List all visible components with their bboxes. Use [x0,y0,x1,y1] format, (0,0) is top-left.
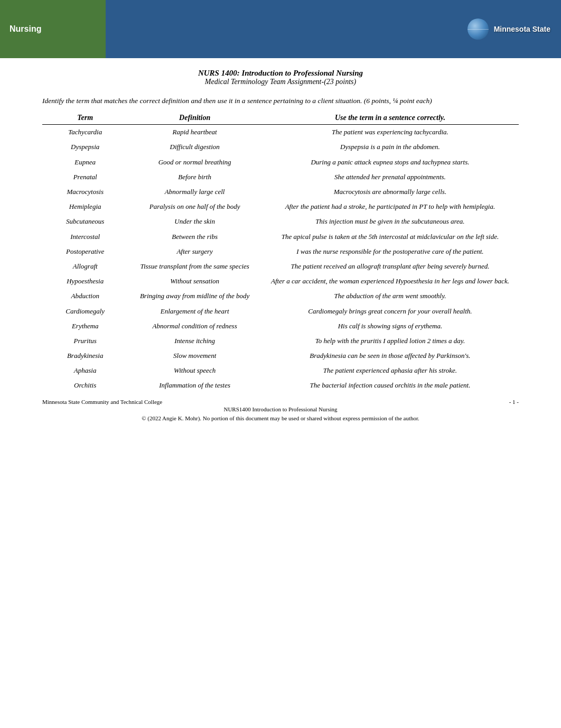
table-row: HypoesthesiaWithout sensationAfter a car… [42,274,519,289]
cell-definition: Before birth [128,170,261,185]
terminology-table: Term Definition Use the term in a senten… [42,112,519,393]
cell-use: The patient received an allograft transp… [261,259,519,274]
table-row: ErythemaAbnormal condition of rednessHis… [42,319,519,334]
cell-term: Hypoesthesia [42,274,128,289]
table-row: PostoperativeAfter surgeryI was the nurs… [42,244,519,259]
header-right-section: Minnesota State [106,0,561,58]
cell-definition: Rapid heartbeat [128,125,261,140]
table-row: OrchitisInflammation of the testesThe ba… [42,378,519,393]
cell-use: Cardiomegaly brings great concern for yo… [261,304,519,319]
cell-term: Macrocytosis [42,185,128,199]
cell-definition: Without sensation [128,274,261,289]
table-row: BradykinesiaSlow movementBradykinesia ca… [42,348,519,363]
table-row: AphasiaWithout speechThe patient experie… [42,363,519,378]
title-area: NURS 1400: Introduction to Professional … [42,69,519,86]
table-row: TachycardiaRapid heartbeatThe patient wa… [42,125,519,140]
cell-term: Tachycardia [42,125,128,140]
table-row: SubcutaneousUnder the skinThis injection… [42,214,519,229]
cell-use: His calf is showing signs of erythema. [261,319,519,334]
cell-term: Eupnea [42,155,128,170]
cell-definition: Intense itching [128,334,261,348]
globe-icon [467,19,489,40]
cell-term: Orchitis [42,378,128,393]
cell-definition: Good or normal breathing [128,155,261,170]
cell-term: Subcutaneous [42,214,128,229]
cell-term: Cardiomegaly [42,304,128,319]
cell-definition: Bringing away from midline of the body [128,289,261,303]
cell-definition: Slow movement [128,348,261,363]
cell-term: Postoperative [42,244,128,259]
cell-definition: Paralysis on one half of the body [128,199,261,214]
cell-term: Intercostal [42,229,128,244]
logo-area: Minnesota State [467,19,550,40]
cell-term: Prenatal [42,170,128,185]
cell-definition: Tissue transplant from the same species [128,259,261,274]
cell-use: She attended her prenatal appointments. [261,170,519,185]
cell-use: The patient experienced aphasia after hi… [261,363,519,378]
cell-term: Allograft [42,259,128,274]
cell-use: Dyspepsia is a pain in the abdomen. [261,140,519,154]
table-row: IntercostalBetween the ribsThe apical pu… [42,229,519,244]
cell-use: To help with the pruritis I applied loti… [261,334,519,348]
header-banner: Nursing Minnesota State [0,0,561,58]
cell-definition: Without speech [128,363,261,378]
header-definition: Definition [128,112,261,125]
cell-use: During a panic attack eupnea stops and t… [261,155,519,170]
university-label: Minnesota State [494,25,550,33]
cell-use: The patient was experiencing tachycardia… [261,125,519,140]
cell-definition: Difficult digestion [128,140,261,154]
cell-use: After a car accident, the woman experien… [261,274,519,289]
table-row: PruritusIntense itchingTo help with the … [42,334,519,348]
cell-use: This injection must be given in the subc… [261,214,519,229]
cell-term: Abduction [42,289,128,303]
page-title: NURS 1400: Introduction to Professional … [42,69,519,78]
cell-definition: Abnormal condition of redness [128,319,261,334]
nursing-label: Nursing [10,24,41,34]
footer-page-number: - 1 - [509,399,519,405]
footer-copyright: © (2022 Angie K. Mohr). No portion of th… [42,414,519,423]
cell-use: The apical pulse is taken at the 5th int… [261,229,519,244]
footer-bottom: NURS1400 Introduction to Professional Nu… [42,405,519,423]
cell-term: Hemiplegia [42,199,128,214]
table-row: AllograftTissue transplant from the same… [42,259,519,274]
table-row: MacrocytosisAbnormally large cellMacrocy… [42,185,519,199]
cell-term: Pruritus [42,334,128,348]
cell-term: Bradykinesia [42,348,128,363]
page-wrapper: Nursing Minnesota State NURS 1400: Intro… [0,0,561,728]
header-left-section: Nursing [0,0,106,58]
page-subtitle: Medical Terminology Team Assignment-(23 … [42,78,519,86]
footer-institution: Minnesota State Community and Technical … [42,399,162,405]
cell-use: The abduction of the arm went smoothly. [261,289,519,303]
table-row: PrenatalBefore birthShe attended her pre… [42,170,519,185]
footer-course: NURS1400 Introduction to Professional Nu… [42,405,519,414]
cell-definition: Inflammation of the testes [128,378,261,393]
cell-use: After the patient had a stroke, he parti… [261,199,519,214]
cell-use: I was the nurse responsible for the post… [261,244,519,259]
header-term: Term [42,112,128,125]
table-header-row: Term Definition Use the term in a senten… [42,112,519,125]
table-row: HemiplegiaParalysis on one half of the b… [42,199,519,214]
cell-definition: After surgery [128,244,261,259]
cell-definition: Abnormally large cell [128,185,261,199]
cell-definition: Enlargement of the heart [128,304,261,319]
header-use: Use the term in a sentence correctly. [261,112,519,125]
cell-definition: Under the skin [128,214,261,229]
cell-term: Dyspepsia [42,140,128,154]
footer-wrapper: Minnesota State Community and Technical … [42,399,519,423]
cell-use: The bacterial infection caused orchitis … [261,378,519,393]
cell-use: Bradykinesia can be seen in those affect… [261,348,519,363]
footer-top-row: Minnesota State Community and Technical … [42,399,519,405]
cell-term: Aphasia [42,363,128,378]
cell-use: Macrocytosis are abnormally large cells. [261,185,519,199]
table-row: EupneaGood or normal breathingDuring a p… [42,155,519,170]
instructions-text: Identify the term that matches the corre… [42,96,519,106]
table-row: DyspepsiaDifficult digestionDyspepsia is… [42,140,519,154]
cell-definition: Between the ribs [128,229,261,244]
table-row: AbductionBringing away from midline of t… [42,289,519,303]
table-row: CardiomegalyEnlargement of the heartCard… [42,304,519,319]
cell-term: Erythema [42,319,128,334]
